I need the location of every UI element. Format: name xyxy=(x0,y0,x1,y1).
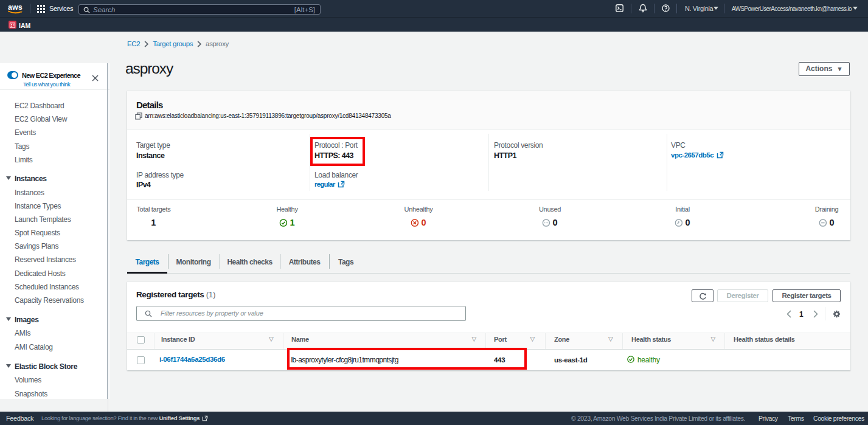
svg-text:aws: aws xyxy=(8,3,23,12)
